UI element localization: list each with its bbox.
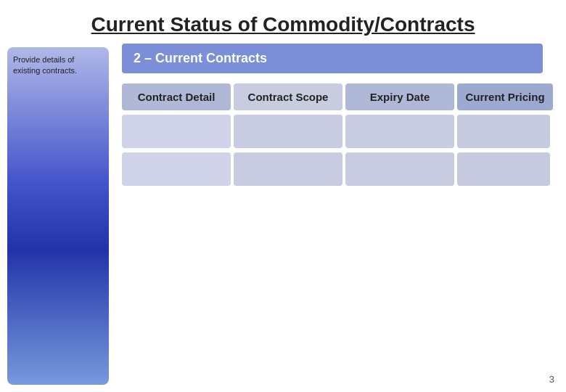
cell-scope-1[interactable] (234, 115, 343, 148)
cell-detail-1[interactable] (122, 115, 231, 148)
table-row (122, 152, 553, 186)
page-title: Current Status of Commodity/Contracts (0, 0, 566, 44)
content-area: 2 – Current Contracts Contract Detail Co… (109, 44, 566, 385)
col-header-contract-detail: Contract Detail (122, 83, 231, 110)
col-header-expiry-date: Expiry Date (345, 83, 454, 110)
main-layout: Provide details of existing contracts. 2… (0, 44, 566, 385)
cell-pricing-1[interactable] (457, 115, 550, 148)
col-header-current-pricing: Current Pricing (457, 83, 553, 110)
sidebar-label-line2: existing contracts. (13, 65, 77, 76)
sidebar: Provide details of existing contracts. (7, 47, 109, 385)
section-header: 2 – Current Contracts (122, 44, 543, 73)
cell-scope-2[interactable] (234, 152, 343, 186)
table-header-row: Contract Detail Contract Scope Expiry Da… (122, 83, 553, 110)
cell-expiry-2[interactable] (345, 152, 454, 186)
cell-detail-2[interactable] (122, 152, 231, 186)
page-number: 3 (549, 374, 554, 385)
cell-expiry-1[interactable] (345, 115, 454, 148)
col-header-contract-scope: Contract Scope (234, 83, 343, 110)
sidebar-label-line1: Provide details of (13, 54, 74, 65)
table-row (122, 115, 553, 148)
cell-pricing-2[interactable] (457, 152, 550, 186)
contracts-table: Contract Detail Contract Scope Expiry Da… (122, 83, 553, 190)
